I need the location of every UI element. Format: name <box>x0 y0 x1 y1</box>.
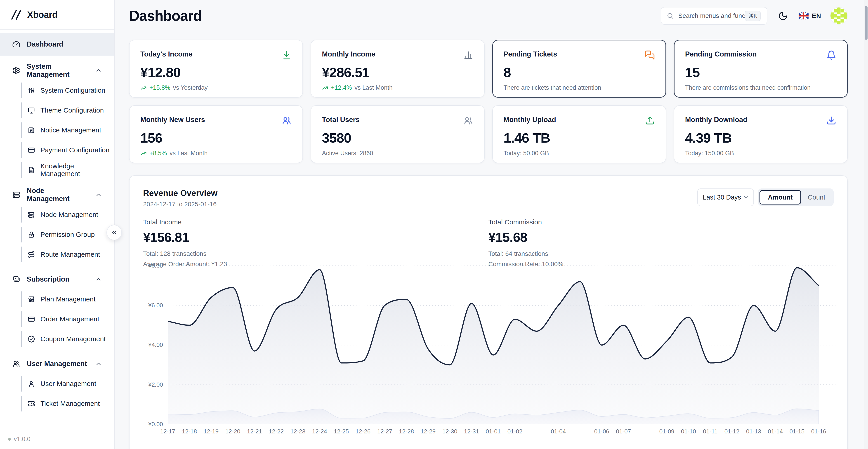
revenue-stats: Total Income ¥156.81 Total: 128 transact… <box>143 218 834 268</box>
sidebar-item-plan-management[interactable]: Plan Management <box>0 289 114 309</box>
x-tick-label: 12-29 <box>416 428 440 435</box>
sidebar-item-ticket-management[interactable]: Ticket Management <box>0 394 114 414</box>
scrollbar-thumb[interactable] <box>865 6 868 40</box>
sidebar-item-theme-configuration[interactable]: Theme Configuration <box>0 100 114 120</box>
sidebar-item-payment-configuration[interactable]: Payment Configuration <box>0 140 114 160</box>
logo-row: Xboard <box>0 0 114 30</box>
x-tick-label: 01-06 <box>589 428 614 435</box>
sidebar-item-coupon-management[interactable]: Coupon Management <box>0 329 114 349</box>
card-value: ¥12.80 <box>141 65 291 80</box>
sidebar-item-user-management[interactable]: User Management <box>0 374 114 394</box>
sidebar-nav: Dashboard System Management System Confi… <box>0 30 114 414</box>
sidebar-section-node-management[interactable]: Node Management <box>0 185 114 205</box>
x-tick-label: 01-12 <box>719 428 744 435</box>
card-label: Monthly New Users <box>141 116 205 124</box>
x-tick-label: 12-23 <box>285 428 310 435</box>
sidebar-section-system-management[interactable]: System Management <box>0 61 114 81</box>
x-tick-label: 12-17 <box>155 428 180 435</box>
stat-card-total-users: Total Users 3580 Active Users: 2860 <box>311 105 485 163</box>
server-icon <box>12 191 20 199</box>
wallet-icon <box>12 275 20 283</box>
y-tick-label: ¥8.00 <box>148 262 163 269</box>
x-tick-label: 01-07 <box>611 428 636 435</box>
chevron-up-icon <box>95 67 102 74</box>
card-value: 8 <box>504 65 655 80</box>
stat-card-pending-tickets[interactable]: Pending Tickets 8 There are tickets that… <box>492 40 666 98</box>
sidebar: Xboard Dashboard System Management Syste… <box>0 0 115 449</box>
page-scrollbar <box>864 0 868 449</box>
x-tick-label: 01-04 <box>546 428 571 435</box>
xboard-admin-app: Xboard Dashboard System Management Syste… <box>0 0 868 449</box>
card-value: ¥286.51 <box>322 65 473 80</box>
sidebar-item-permission-group[interactable]: Permission Group <box>0 225 114 245</box>
upload-icon <box>645 116 655 127</box>
x-tick-label: 01-16 <box>806 428 831 435</box>
identicon-avatar <box>831 7 847 24</box>
avatar[interactable] <box>830 7 848 25</box>
sliders-icon <box>28 87 35 94</box>
x-tick-label: 01-11 <box>698 428 723 435</box>
x-tick-label: 12-21 <box>242 428 267 435</box>
revenue-controls: Last 30 Days Amount Count <box>698 188 834 206</box>
notice-icon <box>28 127 35 134</box>
sidebar-item-node-management[interactable]: Node Management <box>0 205 114 225</box>
card-value: 4.39 TB <box>685 130 836 146</box>
card-label: Monthly Income <box>322 50 375 58</box>
gear-icon <box>12 66 20 74</box>
sidebar-section-subscription[interactable]: Subscription <box>0 269 114 289</box>
sidebar-item-label: System Configuration <box>40 87 105 94</box>
card-subtext: +12.4% vs Last Month <box>322 84 473 91</box>
stat-card-pending-commission[interactable]: Pending Commission 15 There are commissi… <box>674 40 848 98</box>
sidebar-item-system-configuration[interactable]: System Configuration <box>0 81 114 100</box>
sidebar-item-notice-management[interactable]: Notice Management <box>0 120 114 140</box>
sidebar-item-order-management[interactable]: Order Management <box>0 309 114 329</box>
x-tick-label: 01-10 <box>676 428 701 435</box>
x-tick-label: 12-19 <box>199 428 223 435</box>
route-icon <box>28 251 35 258</box>
x-tick-label: 01-15 <box>784 428 809 435</box>
credit-card-icon <box>28 147 35 154</box>
sidebar-section-user-management[interactable]: User Management <box>0 354 114 374</box>
sidebar-item-label: Theme Configuration <box>40 106 104 114</box>
search-icon <box>666 12 674 20</box>
sidebar-item-knowledge-management[interactable]: Knowledge Management <box>0 160 114 180</box>
sidebar-item-label: Plan Management <box>40 295 96 303</box>
search-box[interactable]: ⌘K <box>661 7 767 25</box>
bell-icon <box>827 50 836 61</box>
revenue-area-chart <box>168 264 837 424</box>
chevron-down-icon <box>743 194 749 200</box>
chart-y-axis: ¥0.00¥2.00¥4.00¥6.00¥8.00 <box>134 176 163 424</box>
app-version: v1.0.0 <box>8 436 31 443</box>
badge-check-icon <box>28 335 35 343</box>
chevron-up-icon <box>95 360 102 367</box>
theme-toggle-button[interactable] <box>776 9 789 22</box>
gauge-icon <box>12 40 20 49</box>
stat-card-monthly-income: Monthly Income ¥286.51 +12.4% vs Last Mo… <box>311 40 485 98</box>
sidebar-item-dashboard[interactable]: Dashboard <box>0 33 114 56</box>
sidebar-item-label: Permission Group <box>40 231 95 238</box>
store-icon <box>28 295 35 303</box>
messages-icon <box>645 50 655 61</box>
sidebar-collapse-button[interactable] <box>106 225 122 240</box>
sidebar-item-route-management[interactable]: Route Management <box>0 245 114 264</box>
stat-card-monthly-download: Monthly Download 4.39 TB Today: 150.00 G… <box>674 105 848 163</box>
sidebar-item-label: Coupon Management <box>40 335 106 343</box>
chart-x-axis: 12-1712-1812-1912-2012-2112-2212-2312-24… <box>168 428 819 437</box>
sidebar-item-label: Order Management <box>40 315 99 323</box>
stat-card-monthly-upload: Monthly Upload 1.46 TB Today: 50.00 GB <box>492 105 666 163</box>
x-tick-label: 12-18 <box>177 428 202 435</box>
sidebar-item-label: Ticket Management <box>40 400 100 408</box>
trending-up-icon <box>141 85 147 91</box>
language-switcher[interactable]: EN <box>799 12 821 20</box>
moon-icon <box>778 11 788 21</box>
card-label: Pending Commission <box>685 50 757 58</box>
toggle-amount-button[interactable]: Amount <box>760 190 801 204</box>
sidebar-section-label: Subscription <box>27 275 69 283</box>
users-icon <box>463 116 473 127</box>
language-label: EN <box>812 12 821 20</box>
stat-card-monthly-new-users: Monthly New Users 156 +8.5% vs Last Mont… <box>129 105 303 163</box>
card-label: Monthly Upload <box>504 116 556 124</box>
date-range-select[interactable]: Last 30 Days <box>698 188 754 206</box>
toggle-count-button[interactable]: Count <box>801 190 832 204</box>
revenue-header: Revenue Overview 2024-12-17 to 2025-01-1… <box>143 188 834 208</box>
